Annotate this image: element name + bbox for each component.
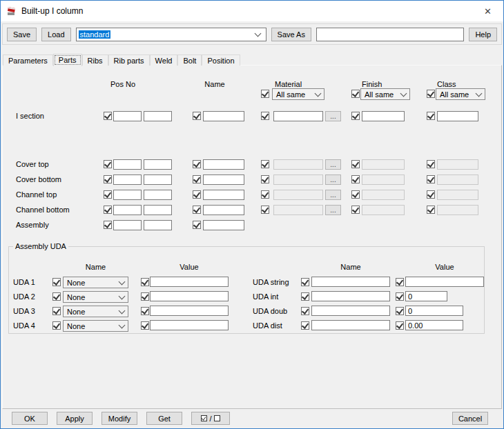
uda-name-dropdown[interactable]: None (63, 291, 128, 303)
uda-name-checkbox[interactable] (301, 307, 309, 315)
get-button[interactable]: Get (146, 412, 182, 425)
tab-weld[interactable]: Weld (150, 54, 178, 66)
uda-value-input[interactable] (150, 320, 229, 330)
pos-no-checkbox[interactable] (104, 190, 112, 199)
tab-parts[interactable]: Parts (53, 54, 82, 66)
pos-start-input[interactable] (144, 190, 172, 200)
finish-checkbox[interactable] (351, 190, 360, 199)
uda-value-input[interactable] (405, 320, 463, 330)
name-input[interactable] (203, 159, 244, 170)
finish-checkbox[interactable] (351, 160, 360, 168)
name-checkbox[interactable] (193, 175, 201, 183)
class-checkbox[interactable] (427, 206, 435, 214)
uda-name-checkbox[interactable] (52, 292, 61, 301)
uda-name-checkbox[interactable] (301, 292, 309, 301)
pos-start-input[interactable] (144, 205, 172, 215)
finish-checkbox[interactable] (351, 175, 360, 183)
pos-prefix-input[interactable] (113, 205, 142, 215)
uda-value-input[interactable] (150, 291, 229, 301)
material-browse-button[interactable]: ... (325, 205, 341, 215)
material-browse-button[interactable]: ... (325, 159, 341, 170)
material-browse-button[interactable]: ... (325, 111, 341, 121)
uda-value-checkbox[interactable] (141, 278, 149, 286)
uda-name-checkbox[interactable] (52, 278, 61, 286)
finish-checkbox[interactable] (351, 112, 360, 120)
save-as-button[interactable]: Save As (271, 28, 311, 41)
uda-name-checkbox[interactable] (52, 307, 61, 315)
uda-name-input[interactable] (311, 277, 390, 287)
name-checkbox[interactable] (193, 112, 201, 120)
name-input[interactable] (203, 174, 244, 185)
uda-name-dropdown[interactable]: None (63, 320, 128, 332)
finish-all-same-dropdown[interactable]: All same (360, 88, 410, 100)
finish-all-same-checkbox[interactable] (351, 90, 360, 98)
name-input[interactable] (203, 205, 244, 215)
uda-name-input[interactable] (311, 320, 390, 330)
uda-value-checkbox[interactable] (141, 321, 149, 330)
class-checkbox[interactable] (427, 160, 435, 168)
uda-value-checkbox[interactable] (396, 292, 404, 301)
tab-position[interactable]: Position (202, 54, 240, 66)
pos-prefix-input[interactable] (113, 159, 142, 170)
finish-checkbox[interactable] (351, 206, 360, 214)
class-checkbox[interactable] (427, 112, 435, 120)
uda-name-checkbox[interactable] (301, 278, 309, 286)
load-button[interactable]: Load (41, 28, 70, 41)
name-checkbox[interactable] (193, 206, 201, 214)
uda-name-dropdown[interactable]: None (63, 306, 128, 317)
uda-name-dropdown[interactable]: None (63, 277, 128, 288)
material-checkbox[interactable] (261, 206, 269, 214)
class-all-same-checkbox[interactable] (427, 90, 435, 98)
material-checkbox[interactable] (261, 175, 269, 183)
uda-value-checkbox[interactable] (141, 307, 149, 315)
uda-value-input[interactable] (405, 291, 447, 301)
material-browse-button[interactable]: ... (325, 190, 341, 200)
tab-ribs[interactable]: Ribs (82, 54, 108, 66)
close-button[interactable]: ✕ (472, 1, 503, 21)
class-all-same-dropdown[interactable]: All same (436, 88, 485, 100)
uda-value-input[interactable] (150, 277, 229, 287)
name-input[interactable] (203, 111, 244, 121)
name-checkbox[interactable] (193, 221, 201, 229)
class-input[interactable] (437, 111, 478, 121)
uda-value-input[interactable] (150, 306, 229, 316)
finish-input[interactable] (362, 111, 405, 121)
material-checkbox[interactable] (261, 160, 269, 168)
pos-no-checkbox[interactable] (104, 160, 112, 168)
ok-button[interactable]: OK (12, 412, 48, 425)
pos-start-input[interactable] (144, 174, 172, 185)
pos-no-checkbox[interactable] (104, 175, 112, 183)
uda-value-checkbox[interactable] (141, 292, 149, 301)
pos-prefix-input[interactable] (113, 190, 142, 200)
tab-parameters[interactable]: Parameters (3, 54, 53, 66)
tab-bolt[interactable]: Bolt (177, 54, 202, 66)
modify-button[interactable]: Modify (101, 412, 137, 425)
cancel-button[interactable]: Cancel (452, 412, 488, 425)
save-button[interactable]: Save (7, 28, 37, 41)
material-checkbox[interactable] (261, 190, 269, 199)
pos-no-checkbox[interactable] (104, 112, 112, 120)
name-input[interactable] (203, 220, 244, 230)
uda-name-checkbox[interactable] (52, 321, 61, 330)
pos-no-checkbox[interactable] (104, 221, 112, 229)
apply-button[interactable]: Apply (57, 412, 93, 425)
name-input[interactable] (203, 190, 244, 200)
pos-prefix-input[interactable] (113, 111, 142, 121)
profile-dropdown[interactable]: standard (76, 28, 266, 41)
uda-value-checkbox[interactable] (396, 321, 404, 330)
class-checkbox[interactable] (427, 175, 435, 183)
pos-no-checkbox[interactable] (104, 206, 112, 214)
uda-value-checkbox[interactable] (396, 307, 404, 315)
uda-value-input[interactable] (405, 306, 463, 316)
pos-start-input[interactable] (144, 111, 172, 121)
material-all-same-checkbox[interactable] (261, 90, 269, 98)
pos-prefix-input[interactable] (113, 174, 142, 185)
pos-start-input[interactable] (144, 220, 172, 230)
material-input[interactable] (273, 111, 323, 121)
material-all-same-dropdown[interactable]: All same (272, 88, 324, 100)
uda-value-input[interactable] (405, 277, 484, 287)
help-button[interactable]: Help (469, 28, 497, 41)
class-checkbox[interactable] (427, 190, 435, 199)
name-checkbox[interactable] (193, 190, 201, 199)
tab-rib-parts[interactable]: Rib parts (108, 54, 150, 66)
